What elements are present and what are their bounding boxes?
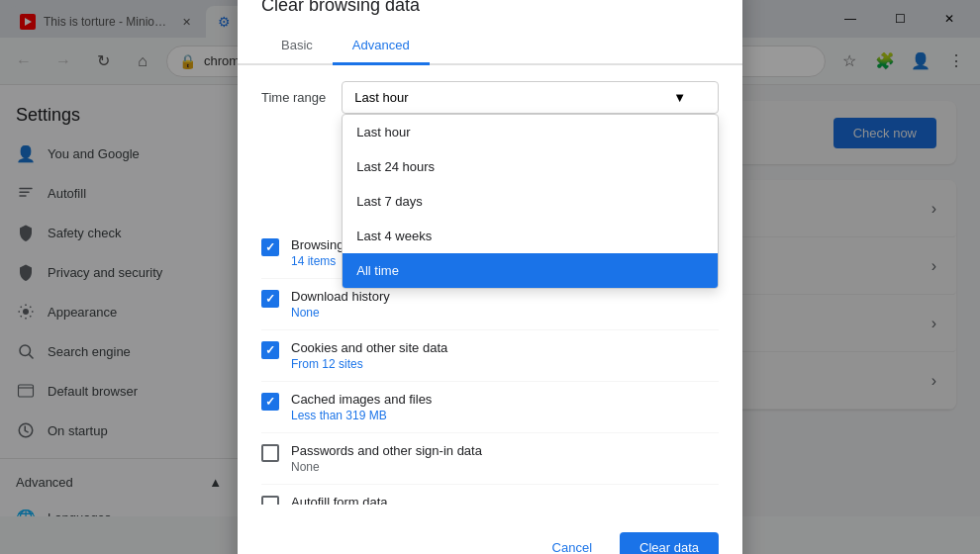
clear-data-button[interactable]: Clear data [620,532,719,554]
dialog-title: Clear browsing data [238,0,742,28]
time-range-row: Time range Last hour ▼ Last hour Last 24… [261,81,719,114]
option-all-time[interactable]: All time [343,253,718,288]
dropdown-arrow-icon: ▼ [673,90,686,105]
cached-desc-cb: Less than 319 MB [291,409,719,422]
dialog-body: Time range Last hour ▼ Last hour Last 24… [238,65,742,520]
passwords-label: Passwords and other sign-in data [291,443,719,458]
download-history-checkbox[interactable]: ✓ [261,290,279,308]
time-range-current: Last hour [354,90,408,105]
cookies-checkbox-label: Cookies and other site data [291,340,719,355]
cookies-checkbox[interactable]: ✓ [261,341,279,359]
autofill-label: Autofill form data [291,495,719,505]
passwords-checkbox[interactable] [261,444,279,462]
checkbox-cached: ✓ Cached images and files Less than 319 … [261,382,719,433]
cookies-checkbox-desc: From 12 sites [291,357,719,371]
dialog-tabs: Basic Advanced [238,28,742,65]
download-history-desc: None [291,306,719,320]
option-last-4[interactable]: Last 4 weeks [343,219,718,253]
clear-browsing-data-dialog: Clear browsing data Basic Advanced Time … [238,0,742,554]
checkbox-autofill: Autofill form data [261,485,719,505]
browsing-history-checkbox[interactable]: ✓ [261,238,279,256]
cancel-button[interactable]: Cancel [533,532,612,554]
checkbox-passwords: Passwords and other sign-in data None [261,433,719,485]
dialog-footer: Cancel Clear data [238,520,742,554]
tab-advanced[interactable]: Advanced [333,28,430,65]
time-range-label: Time range [261,90,326,105]
passwords-desc: None [291,460,719,474]
option-last-7[interactable]: Last 7 days [343,184,718,219]
autofill-checkbox[interactable] [261,496,279,505]
dialog-overlay: Clear browsing data Basic Advanced Time … [0,0,980,554]
time-range-select[interactable]: Last hour ▼ [342,81,719,114]
download-history-label: Download history [291,289,719,304]
time-range-select-wrapper: Last hour ▼ Last hour Last 24 hours Last… [342,81,719,114]
checkbox-cookies: ✓ Cookies and other site data From 12 si… [261,330,719,382]
option-last-24[interactable]: Last 24 hours [343,149,718,184]
time-range-dropdown: Last hour Last 24 hours Last 7 days Last… [342,114,719,289]
cached-checkbox[interactable]: ✓ [261,393,279,411]
cached-label: Cached images and files [291,392,719,407]
tab-basic[interactable]: Basic [261,28,333,65]
option-last-hour[interactable]: Last hour [343,115,718,149]
